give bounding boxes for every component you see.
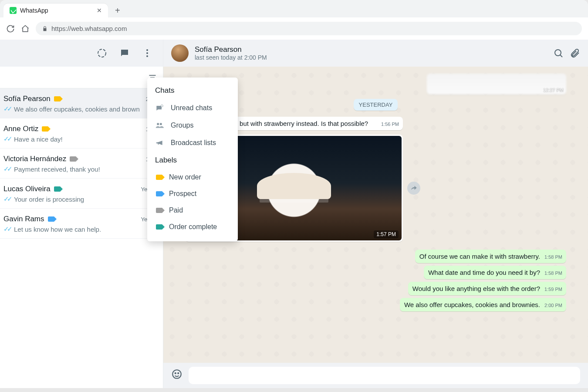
- message-text: Would you like anything else with the or…: [412, 285, 540, 292]
- chat-item[interactable]: Gavin Rams Yester ✓✓Let us know how we c…: [0, 209, 163, 239]
- groups-icon: [155, 121, 164, 130]
- filter-groups[interactable]: Groups: [147, 117, 238, 134]
- label-tag-icon: [156, 175, 162, 180]
- message-row-out: We also offer cupcakes, cookies and brow…: [400, 298, 566, 313]
- close-tab-icon[interactable]: ✕: [97, 7, 102, 14]
- chat-name: Sofía Pearson: [3, 95, 51, 103]
- dropdown-section-chats: Chats: [147, 82, 238, 99]
- chat-preview: Your order is processing: [14, 196, 84, 203]
- svg-point-3: [146, 55, 148, 57]
- new-chat-icon[interactable]: [119, 48, 130, 58]
- message-row-out: Would you like anything else with the or…: [408, 282, 566, 297]
- message-time: 2:00 PM: [544, 303, 562, 308]
- chat-item[interactable]: Victoria Hernández 1:10 ✓✓Payment receiv…: [0, 149, 163, 179]
- dropdown-item-label: Broadcast lists: [171, 139, 216, 147]
- filter-label-new-order[interactable]: New order: [147, 169, 238, 186]
- emoji-icon[interactable]: [171, 368, 182, 382]
- chat-item[interactable]: Sofía Pearson 2:00 ✓✓We also offer cupca…: [0, 88, 163, 118]
- dropdown-item-label: Order complete: [169, 223, 217, 231]
- chat-preview: Have a nice day!: [14, 135, 63, 143]
- toolbar: https://web.whatsapp.com: [0, 17, 588, 40]
- search-in-chat-icon[interactable]: [553, 48, 564, 58]
- outgoing-message[interactable]: We also offer cupcakes, cookies and brow…: [400, 298, 566, 311]
- dropdown-item-label: Unread chats: [171, 104, 212, 112]
- forward-icon[interactable]: [407, 182, 420, 195]
- tab-title: WhatsApp: [20, 7, 93, 14]
- label-tag-icon: [156, 208, 162, 213]
- chat-filter-dropdown: Chats Unread chats Groups Broadcast list…: [147, 78, 238, 241]
- attach-icon[interactable]: [570, 48, 580, 58]
- status-icon[interactable]: [97, 48, 107, 58]
- message-time: 1:58 PM: [544, 254, 562, 260]
- read-ticks-icon: ✓✓: [3, 135, 10, 143]
- read-ticks-icon: ✓✓: [3, 195, 10, 203]
- dropdown-item-label: New order: [169, 173, 201, 181]
- svg-point-10: [555, 50, 561, 56]
- url-text: https://web.whatsapp.com: [51, 25, 127, 32]
- svg-point-8: [157, 123, 159, 125]
- message-row-in: o order this cake but with strawberry in…: [185, 117, 566, 132]
- composer: [163, 363, 588, 388]
- unread-icon: [155, 104, 164, 112]
- date-pill: YESTERDAY: [354, 99, 398, 111]
- outgoing-message[interactable]: Of course we can make it with strawberry…: [415, 250, 566, 263]
- sidebar: Sofía Pearson 2:00 ✓✓We also offer cupca…: [0, 40, 163, 388]
- avatar[interactable]: [171, 44, 189, 62]
- filter-unread-chats[interactable]: Unread chats: [147, 99, 238, 117]
- chat-item[interactable]: Anne Ortiz 1:57 ✓✓Have a nice day!: [0, 118, 163, 149]
- message-text: What date and time do you need it by?: [428, 269, 540, 276]
- svg-point-9: [160, 123, 162, 125]
- sidebar-header: [0, 40, 163, 67]
- dropdown-item-label: Groups: [171, 122, 193, 129]
- dropdown-item-label: Prospect: [169, 190, 196, 198]
- home-icon[interactable]: [21, 24, 30, 33]
- read-ticks-icon: ✓✓: [3, 105, 10, 113]
- contact-name: Sofía Pearson: [195, 45, 267, 54]
- browser-chrome: WhatsApp ✕ + https://web.whatsapp.com: [0, 0, 588, 40]
- message-text: We also offer cupcakes, cookies and brow…: [404, 301, 540, 308]
- contact-status: last seen today at 2:00 PM: [195, 54, 267, 61]
- outgoing-stack: Of course we can make it with strawberry…: [185, 250, 566, 313]
- message-row-out: 12:27 PM: [185, 74, 566, 95]
- filter-label-paid[interactable]: Paid: [147, 202, 238, 219]
- svg-point-11: [172, 370, 181, 378]
- svg-point-7: [161, 105, 163, 107]
- dropdown-section-labels: Labels: [147, 152, 238, 169]
- filter-broadcast-lists[interactable]: Broadcast lists: [147, 134, 238, 152]
- lock-icon: [42, 26, 48, 32]
- menu-dots-icon[interactable]: [142, 48, 152, 58]
- date-divider: YESTERDAY: [185, 99, 566, 111]
- browser-tab[interactable]: WhatsApp ✕: [3, 3, 108, 17]
- svg-point-1: [146, 49, 148, 51]
- read-ticks-icon: ✓✓: [3, 165, 10, 173]
- svg-point-12: [175, 373, 176, 374]
- broadcast-icon: [155, 139, 164, 147]
- whatsapp-app: Sofía Pearson 2:00 ✓✓We also offer cupca…: [0, 40, 588, 388]
- message-time: 1:56 PM: [381, 122, 399, 127]
- message-text: Of course we can make it with strawberry…: [419, 253, 540, 260]
- outgoing-message[interactable]: What date and time do you need it by? 1:…: [424, 266, 566, 279]
- svg-rect-4: [149, 75, 156, 76]
- chat-item[interactable]: Lucas Oliveira Yester ✓✓Your order is pr…: [0, 179, 163, 209]
- reload-icon[interactable]: [6, 24, 15, 33]
- conversation-header[interactable]: Sofía Pearson last seen today at 2:00 PM: [163, 40, 588, 67]
- new-tab-button[interactable]: +: [112, 4, 124, 17]
- chat-name: Victoria Hernández: [3, 155, 66, 163]
- filter-label-order-complete[interactable]: Order complete: [147, 219, 238, 235]
- message-time: 1:59 PM: [544, 287, 562, 292]
- label-tag-icon: [54, 186, 60, 192]
- address-bar[interactable]: https://web.whatsapp.com: [36, 22, 582, 35]
- label-tag-icon: [48, 216, 54, 222]
- label-tag-icon: [42, 126, 48, 132]
- read-ticks-icon: ✓✓: [3, 225, 10, 233]
- chat-preview: Let us know how we can help.: [14, 226, 101, 233]
- message-input[interactable]: [189, 367, 580, 384]
- chat-name: Lucas Oliveira: [3, 185, 51, 193]
- filter-label-prospect[interactable]: Prospect: [147, 186, 238, 202]
- chat-name: Anne Ortiz: [3, 125, 38, 133]
- whatsapp-favicon-icon: [10, 7, 17, 14]
- label-tag-icon: [54, 96, 60, 101]
- message-row-out: What date and time do you need it by? 1:…: [424, 266, 566, 281]
- tab-strip: WhatsApp ✕ +: [0, 0, 588, 17]
- outgoing-message[interactable]: Would you like anything else with the or…: [408, 282, 566, 295]
